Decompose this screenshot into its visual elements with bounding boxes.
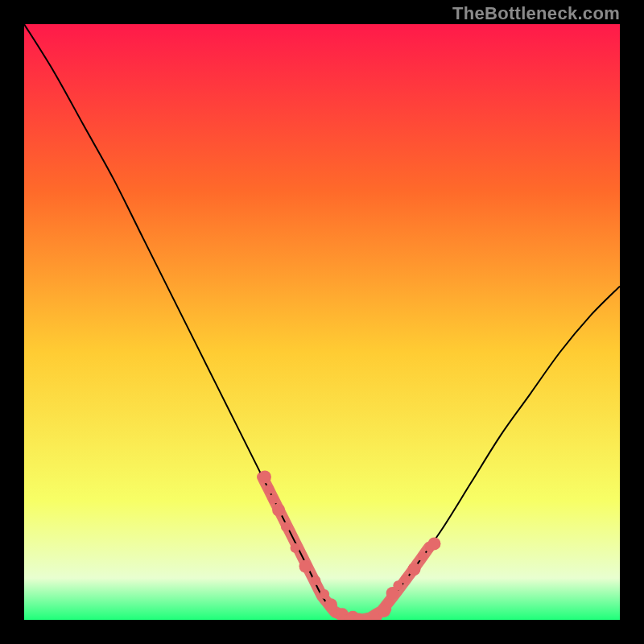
svg-point-26 bbox=[408, 563, 421, 576]
svg-point-1 bbox=[265, 485, 275, 494]
svg-point-2 bbox=[269, 494, 279, 504]
svg-point-27 bbox=[418, 551, 427, 561]
svg-point-8 bbox=[320, 589, 329, 599]
svg-point-7 bbox=[311, 576, 320, 585]
chart-svg bbox=[24, 24, 620, 620]
svg-point-3 bbox=[272, 504, 285, 517]
svg-point-4 bbox=[281, 522, 291, 532]
svg-point-24 bbox=[393, 580, 402, 590]
svg-point-0 bbox=[258, 470, 271, 483]
svg-point-25 bbox=[401, 574, 411, 584]
plot-area bbox=[24, 24, 620, 620]
watermark-text: TheBottleneck.com bbox=[452, 3, 620, 24]
gradient-background bbox=[24, 24, 620, 620]
svg-point-29 bbox=[428, 537, 441, 550]
svg-point-5 bbox=[291, 543, 300, 553]
svg-point-6 bbox=[299, 560, 312, 573]
chart-frame: TheBottleneck.com bbox=[0, 0, 644, 644]
